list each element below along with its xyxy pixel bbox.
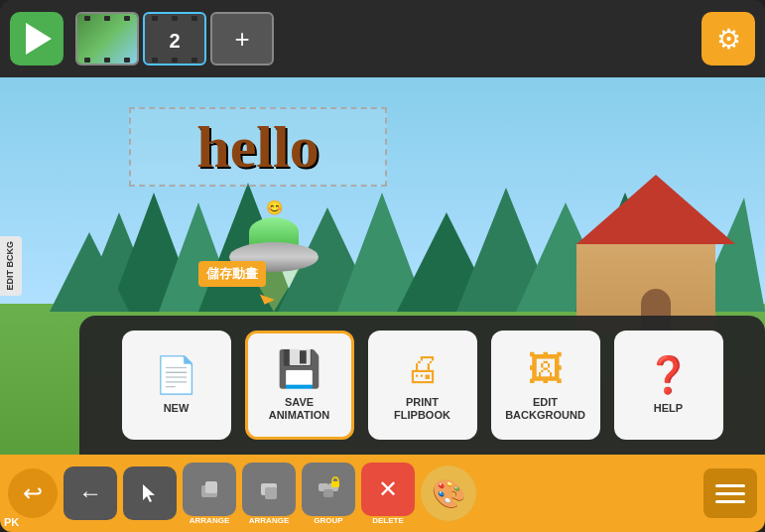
frame-indicator [167,64,183,66]
edit-background-tab[interactable]: EDIT BCKG [0,236,22,296]
frame-2[interactable]: 2 [143,12,206,66]
filmstrip-holes-top [77,14,137,22]
menu-item-new-label: NEW [164,402,190,415]
arrange-up-group: ARRANGE [183,463,236,525]
play-button[interactable] [10,12,64,66]
filmstrip-holes-bottom [77,56,137,64]
hello-text: hello [196,113,319,182]
svg-rect-17 [265,487,277,499]
menu-item-edit-background[interactable]: 🖼 EDITBACKGROUND [491,331,600,440]
frame-number: 2 [169,30,180,53]
filmstrip-holes-bottom-2 [145,56,204,64]
new-document-icon: 📄 [154,354,198,396]
undo-button[interactable]: ↩ [8,468,58,518]
pk-logo: PK [4,516,19,528]
hamburger-line-3 [715,500,745,503]
menu-item-help-label: HELP [654,402,683,415]
house-roof [576,175,735,244]
menu-item-new[interactable]: 📄 NEW [122,331,231,440]
arrange-up-button[interactable] [183,463,236,516]
help-icon: ❓ [646,354,691,396]
delete-button-group: ✕ DELETE [361,463,415,525]
menu-item-print-flipbook[interactable]: 🖨 PRINTFLIPBOOK [368,331,477,440]
group-label: GROUP [314,516,342,525]
bottom-toolbar: ↩ ← ARRANGE [0,455,765,532]
arrange-up-icon [195,475,223,503]
gear-icon: ⚙ [716,23,741,56]
menu-item-save-label: SAVEANIMATION [269,396,330,422]
settings-button[interactable]: ⚙ [701,12,755,66]
menu-item-edit-bg-label: EDITBACKGROUND [505,396,585,422]
save-animation-tooltip: 儲存動畫 [198,261,266,287]
delete-label: DELETE [372,516,404,525]
menu-panel: 📄 NEW 💾 SAVEANIMATION 🖨 PRINTFLIPBOOK 🖼 … [79,316,765,455]
group-button[interactable] [302,463,355,516]
filmstrip-area: 2 + [75,12,701,66]
frame-1[interactable] [75,12,139,66]
arrange-down-button[interactable] [242,463,296,516]
arrange-up-label: ARRANGE [190,516,229,525]
arrange-down-group: ARRANGE [242,463,296,525]
hamburger-line-1 [715,484,745,487]
svg-marker-13 [143,484,155,502]
hamburger-line-2 [715,492,745,495]
back-button[interactable]: ← [64,466,117,520]
arrange-down-icon [255,475,283,503]
select-tool-button[interactable] [123,466,177,520]
app-container: 2 + ⚙ [0,0,765,532]
palette-button[interactable]: 🎨 [421,466,476,521]
menu-item-help[interactable]: ❓ HELP [614,331,723,440]
menu-item-print-label: PRINTFLIPBOOK [394,396,450,422]
house [576,175,735,333]
top-bar: 2 + ⚙ [0,0,765,77]
ufo-face: 😊 [266,200,283,215]
filmstrip-holes-top-2 [145,14,204,22]
menu-toggle-button[interactable] [703,468,757,518]
delete-button[interactable]: ✕ [361,463,415,516]
svg-rect-20 [323,489,333,497]
svg-rect-21 [331,481,339,487]
svg-rect-15 [205,481,217,493]
hello-text-selection[interactable]: hello [129,107,387,187]
print-icon: 🖨 [405,348,441,390]
arrange-down-label: ARRANGE [249,516,289,525]
group-button-group: GROUP [302,463,355,525]
edit-bckg-label: EDIT BCKG [6,241,16,291]
save-animation-icon: 💾 [277,348,321,390]
pointer-icon [139,482,161,504]
menu-item-save-animation[interactable]: 💾 SAVEANIMATION [245,331,354,440]
group-icon [315,475,342,503]
edit-background-icon: 🖼 [528,348,564,390]
add-frame-button[interactable]: + [210,12,274,66]
